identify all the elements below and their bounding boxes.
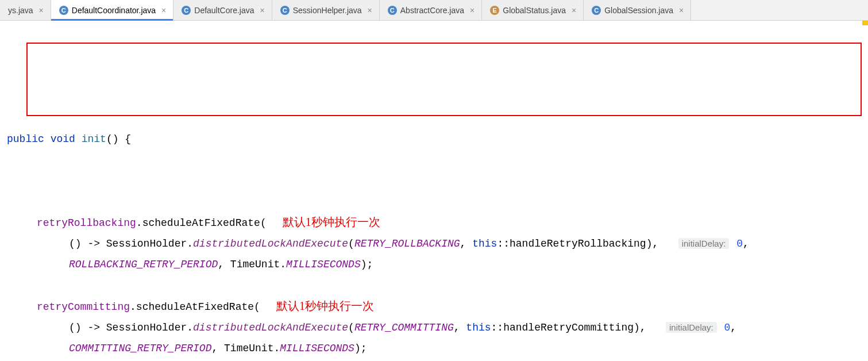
- tab-defaultcoordinator-java[interactable]: CDefaultCoordinator.java×: [51, 0, 174, 20]
- tab-label: GlobalSession.java: [604, 6, 673, 15]
- tab-globalstatus-java[interactable]: EGlobalStatus.java×: [482, 0, 584, 20]
- code-editor[interactable]: public void init() { retryRollbacking.sc…: [0, 21, 868, 361]
- close-icon[interactable]: ×: [572, 6, 576, 15]
- code-line: () -> SessionHolder.distributedLockAndEx…: [2, 233, 868, 254]
- close-icon[interactable]: ×: [260, 6, 265, 15]
- tab-label: AbstractCore.java: [400, 6, 464, 15]
- file-type-icon: C: [280, 6, 290, 15]
- code-line: ROLLBACKING_RETRY_PERIOD, TimeUnit.MILLI…: [2, 254, 868, 275]
- inlay-hint: initialDelay:: [666, 322, 717, 333]
- close-icon[interactable]: ×: [679, 6, 684, 15]
- code-line: retryCommitting.scheduleAtFixedRate(默认1秒…: [2, 295, 868, 317]
- tab-abstractcore-java[interactable]: CAbstractCore.java×: [380, 0, 482, 20]
- highlight-box: [26, 43, 862, 116]
- file-type-icon: C: [182, 6, 191, 15]
- tab-globalsession-java[interactable]: CGlobalSession.java×: [584, 0, 691, 20]
- editor-tabs: ys.java×CDefaultCoordinator.java×CDefaul…: [0, 0, 868, 21]
- tab-label: SessionHelper.java: [293, 6, 362, 15]
- tab-label: DefaultCore.java: [194, 6, 254, 15]
- tab-label: ys.java: [8, 6, 33, 15]
- code-line: () -> SessionHolder.distributedLockAndEx…: [2, 317, 868, 338]
- close-icon[interactable]: ×: [39, 6, 44, 15]
- annotation-comment: 默认1秒钟执行一次: [276, 299, 374, 312]
- code-line: retryRollbacking.scheduleAtFixedRate(默认1…: [2, 212, 868, 233]
- file-type-icon: C: [592, 6, 601, 15]
- close-icon[interactable]: ×: [368, 6, 372, 15]
- tab-ys-java[interactable]: ys.java×: [0, 0, 51, 20]
- file-type-icon: C: [59, 6, 68, 15]
- close-icon[interactable]: ×: [470, 6, 474, 15]
- tab-sessionhelper-java[interactable]: CSessionHelper.java×: [272, 0, 380, 20]
- inlay-hint: initialDelay:: [678, 238, 730, 249]
- code-line: COMMITTING_RETRY_PERIOD, TimeUnit.MILLIS…: [2, 338, 868, 359]
- blank-line: [2, 359, 868, 361]
- tab-label: GlobalStatus.java: [503, 6, 566, 15]
- annotation-comment: 默认1秒钟执行一次: [283, 216, 380, 228]
- code-line: public void init() {: [2, 129, 868, 149]
- tab-label: DefaultCoordinator.java: [72, 6, 156, 15]
- close-icon[interactable]: ×: [161, 6, 166, 15]
- file-type-icon: C: [388, 6, 397, 15]
- blank-line: [2, 275, 868, 295]
- warning-stripe-icon: [862, 21, 868, 25]
- file-type-icon: E: [490, 6, 499, 15]
- tab-defaultcore-java[interactable]: CDefaultCore.java×: [173, 0, 272, 20]
